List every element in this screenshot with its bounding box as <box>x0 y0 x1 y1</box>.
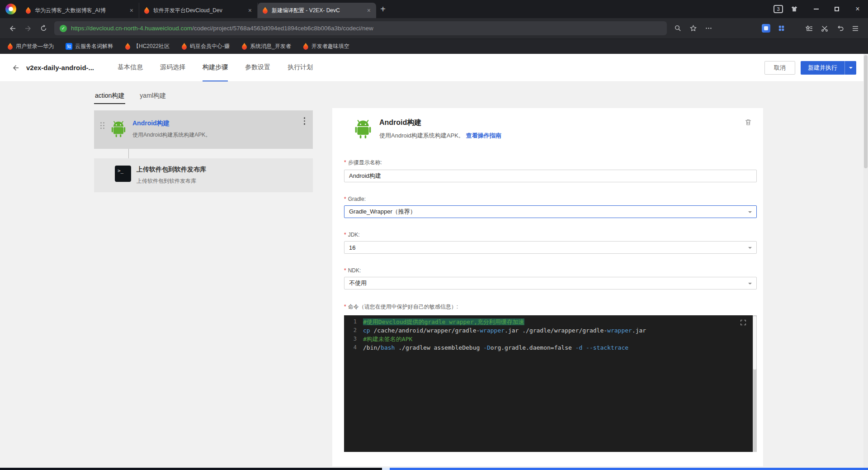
panel-desc: 使用Android构建系统构建APK。查看操作指南 <box>379 132 501 140</box>
code-line[interactable]: 3#构建未签名的APK <box>344 335 757 343</box>
guide-link[interactable]: 查看操作指南 <box>466 132 501 139</box>
tab-close-icon[interactable]: × <box>247 6 253 14</box>
skin-icon[interactable] <box>790 5 798 13</box>
field-jdk: *JDK: 16 <box>344 232 757 254</box>
create-and-run-label[interactable]: 新建并执行 <box>801 61 844 75</box>
editor-scrollbar[interactable] <box>753 315 757 452</box>
required-asterisk: * <box>344 304 346 310</box>
zoom-search-icon[interactable] <box>670 21 685 36</box>
flame-favicon-icon <box>262 7 268 14</box>
step-card-upload[interactable]: >_ 上传软件包到软件发布库 上传软件包到软件发布库 <box>94 158 313 192</box>
bookmark-item[interactable]: 系统消息_开发者 <box>241 43 291 50</box>
tab-yaml-build[interactable]: yaml构建 <box>139 91 167 104</box>
page-scrollbar[interactable] <box>863 54 868 468</box>
gradle-select[interactable]: Gradle_Wrapper（推荐） <box>344 205 757 218</box>
tab-action-build[interactable]: action构建 <box>94 91 125 104</box>
tab-parameters[interactable]: 参数设置 <box>245 54 270 81</box>
step-title[interactable]: 上传软件包到软件发布库 <box>137 166 206 174</box>
ndk-select[interactable]: 不使用 <box>344 277 757 290</box>
more-icon[interactable] <box>701 21 716 36</box>
code-line[interactable]: 2cp /cache/android/wrapper/gradle-wrappe… <box>344 326 757 335</box>
code-editor[interactable]: 1#使用Devcloud提供的gradle wrapper,充分利用缓存加速2c… <box>344 315 757 452</box>
kebab-menu-icon[interactable] <box>302 116 307 126</box>
bookmark-item[interactable]: 开发者趣味填空 <box>303 43 349 50</box>
delete-step-button[interactable] <box>744 118 752 126</box>
cancel-button[interactable]: 取消 <box>764 61 795 75</box>
field-step-name: *步骤显示名称: <box>344 159 757 182</box>
page-scrollbar-thumb[interactable] <box>864 55 868 168</box>
close-button[interactable]: × <box>847 0 868 18</box>
field-label: *NDK: <box>344 267 757 274</box>
secure-check-icon[interactable]: ✓ <box>60 25 67 32</box>
tab-close-icon[interactable]: × <box>129 6 134 14</box>
reload-button[interactable] <box>36 21 51 36</box>
bookmark-item[interactable]: 知 云服务名词解释 <box>66 43 113 50</box>
bookmarks-bar: 用户登录—华为 知 云服务名词解释 【HC2022社区 码豆会员中心-赚 系统消… <box>0 38 868 54</box>
tab-close-icon[interactable]: × <box>366 6 372 14</box>
line-text: #构建未签名的APK <box>363 335 412 343</box>
panel-desc-text: 使用Android构建系统构建APK。 <box>379 132 464 139</box>
field-label: *步骤显示名称: <box>344 159 757 166</box>
new-tab-button[interactable]: + <box>376 2 390 16</box>
flame-icon <box>125 43 131 50</box>
editor-scrollbar-thumb[interactable] <box>753 316 756 370</box>
maximize-button[interactable] <box>826 0 847 18</box>
browser-tab-2[interactable]: 软件开发平台DevCloud_Dev × <box>139 3 258 18</box>
step-card-android[interactable]: Android构建 使用Android构建系统构建APK。 <box>94 110 313 149</box>
code-line[interactable]: 4/bin/bash ./gradlew assembleDebug -Dorg… <box>344 343 757 352</box>
favorites-panel-icon[interactable] <box>802 21 816 36</box>
line-text: /bin/bash ./gradlew assembleDebug -Dorg.… <box>363 343 628 352</box>
page-back-button[interactable] <box>12 64 20 72</box>
bookmark-item[interactable]: 码豆会员中心-赚 <box>181 43 230 50</box>
step-name-input[interactable] <box>344 170 757 182</box>
fullscreen-expand-icon[interactable] <box>740 319 747 326</box>
ndk-select-value: 不使用 <box>349 279 367 287</box>
flame-icon <box>7 43 13 50</box>
step-title[interactable]: Android构建 <box>132 119 211 128</box>
minimize-button[interactable] <box>806 0 826 18</box>
create-and-run-button[interactable]: 新建并执行 <box>801 61 856 75</box>
gradle-select-value: Gradle_Wrapper（推荐） <box>349 208 416 216</box>
scissors-icon[interactable] <box>817 21 832 36</box>
browser-tab-1[interactable]: 华为云博客_大数据博客_AI博 × <box>21 3 139 18</box>
chevron-down-icon <box>748 211 752 215</box>
forward-button[interactable] <box>21 21 35 36</box>
field-label: *JDK: <box>344 232 757 238</box>
line-number: 1 <box>344 318 363 326</box>
bookmark-label: 开发者趣味填空 <box>311 43 349 50</box>
required-asterisk: * <box>344 196 346 202</box>
menu-icon[interactable] <box>848 21 863 36</box>
url-bar[interactable]: ✓ https://devcloud.cn-north-4.huaweiclou… <box>54 21 667 35</box>
tab-schedule[interactable]: 执行计划 <box>288 54 313 81</box>
extension-icon[interactable] <box>759 21 773 36</box>
jdk-select[interactable]: 16 <box>344 241 757 254</box>
step-desc: 使用Android构建系统构建APK。 <box>132 131 211 139</box>
url-text[interactable]: https://devcloud.cn-north-4.huaweicloud.… <box>71 25 373 32</box>
browser-tab-3-active[interactable]: 新建编译配置 - V2EX- DevC × <box>258 3 376 18</box>
taskbar-edge-strip <box>0 468 868 470</box>
create-dropdown-button[interactable] <box>844 61 856 75</box>
panel-title: Android构建 <box>379 118 501 128</box>
required-asterisk: * <box>344 159 346 166</box>
field-gradle: *Gradle: Gradle_Wrapper（推荐） <box>344 196 757 218</box>
bookmark-item[interactable]: 【HC2022社区 <box>125 43 170 50</box>
favorite-star-icon[interactable] <box>686 21 700 36</box>
drag-handle[interactable] <box>100 122 104 129</box>
tab-count-badge[interactable]: 3 <box>774 5 783 13</box>
apps-grid-icon[interactable] <box>774 21 788 36</box>
url-domain: https://devcloud.cn-north-4.huaweicloud.… <box>71 25 192 32</box>
code-line[interactable]: 1#使用Devcloud提供的gradle wrapper,充分利用缓存加速 <box>344 318 757 326</box>
browser-logo-icon[interactable] <box>5 4 16 14</box>
browser-window: 华为云博客_大数据博客_AI博 × 软件开发平台DevCloud_Dev × 新… <box>0 0 868 470</box>
back-button[interactable] <box>5 21 20 36</box>
undo-icon[interactable] <box>833 21 847 36</box>
flame-favicon-icon <box>144 7 150 14</box>
terminal-icon: >_ <box>115 166 131 182</box>
line-text: #使用Devcloud提供的gradle wrapper,充分利用缓存加速 <box>363 318 524 326</box>
android-icon <box>353 118 373 140</box>
tab-basic-info[interactable]: 基本信息 <box>118 54 143 81</box>
bookmark-item[interactable]: 用户登录—华为 <box>7 43 54 50</box>
flame-favicon-icon <box>25 7 31 14</box>
tab-source-select[interactable]: 源码选择 <box>160 54 185 81</box>
tab-build-steps[interactable]: 构建步骤 <box>203 54 228 81</box>
